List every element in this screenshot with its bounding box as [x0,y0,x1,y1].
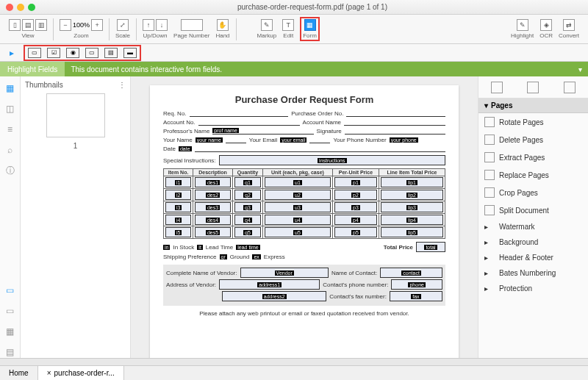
sidebar-expandable[interactable]: ▸Protection [478,281,588,296]
zoom-out-icon[interactable]: − [60,19,71,31]
form-field[interactable]: q4 [234,215,261,225]
document-viewport[interactable]: Purchase Order Request Form Req. No.Purc… [131,76,478,358]
form-field[interactable]: p5 [334,227,377,237]
view-double-icon[interactable]: ▥ [35,19,47,31]
markup-icon[interactable]: ✎ [261,19,273,31]
horizontal-scrollbar[interactable] [0,358,588,365]
page-number-input[interactable] [181,19,203,31]
form-field[interactable]: i4 [165,215,191,225]
form-field[interactable]: p2 [334,190,377,200]
form-field[interactable]: i5 [165,227,191,237]
combobox-tool-icon[interactable]: ▭ [85,48,98,58]
form-field[interactable]: p1 [334,177,377,187]
sidebar-tab-c-icon[interactable] [564,82,576,93]
form-field[interactable]: des1 [195,177,231,187]
address2-field[interactable]: address2 [262,294,287,299]
form-field[interactable]: u2 [265,190,331,200]
outline-tab-icon[interactable]: ≡ [4,123,16,135]
ocr-icon[interactable]: ◈ [540,19,552,31]
page-up-icon[interactable]: ↑ [143,19,154,31]
thumbnails-menu-icon[interactable]: ⋮ [118,81,126,89]
form-field[interactable]: lip3 [381,202,443,212]
form-field[interactable]: i3 [165,202,191,212]
address1-field[interactable]: address1 [257,282,282,287]
profname-field[interactable]: prof name [212,128,239,133]
form-field[interactable]: des3 [195,202,231,212]
leftbar-icon-b[interactable]: ▭ [4,305,16,317]
view-continuous-icon[interactable]: ▤ [22,19,34,31]
highlight-fields-button[interactable]: Highlight Fields [0,62,65,76]
edit-icon[interactable]: T [282,19,294,31]
form-field[interactable]: q3 [234,202,261,212]
form-field[interactable]: u4 [265,215,331,225]
form-field[interactable]: p3 [334,202,377,212]
form-field[interactable]: u1 [265,177,331,187]
sidebar-item[interactable]: Extract Pages [478,148,588,166]
form-field[interactable]: lip2 [381,190,443,200]
form-field[interactable]: u5 [265,227,331,237]
zoom-in-icon[interactable]: + [91,19,103,31]
minimize-icon[interactable] [17,4,24,11]
sidebar-expandable[interactable]: ▸Watermark [478,219,588,234]
sidebar-expandable[interactable]: ▸Bates Numbering [478,265,588,281]
file-tab[interactable]: ×purchase-order-r... [38,366,124,380]
total-field[interactable]: total [424,245,437,250]
maximize-icon[interactable] [28,4,35,11]
thumbnails-tab-icon[interactable]: ▦ [4,82,16,94]
sidebar-expandable[interactable]: ▸Background [478,234,588,250]
form-field[interactable]: u3 [265,202,331,212]
form-icon[interactable]: ▦ [304,19,316,31]
zoom-value[interactable]: 100% [73,21,90,29]
sidebar-item[interactable]: Delete Pages [478,131,588,148]
hand-icon[interactable]: ✋ [217,19,229,31]
convert-icon[interactable]: ⇄ [563,19,575,31]
instructions-field[interactable]: instructions [318,158,346,163]
form-field[interactable]: des2 [195,190,231,200]
sidebar-item[interactable]: Rotate Pages [478,113,588,131]
button-tool-icon[interactable]: ▬ [123,48,137,58]
form-field[interactable]: des5 [195,227,231,237]
form-field[interactable]: des4 [195,215,231,225]
chevron-down-icon[interactable]: ▾ [573,65,588,74]
form-field[interactable]: p4 [334,215,377,225]
sidebar-item[interactable]: Replace Pages [478,166,588,184]
page-thumbnail[interactable] [46,93,105,137]
yourname-field[interactable]: your name [196,137,223,143]
form-field[interactable]: q5 [234,227,261,237]
form-field[interactable]: lip1 [381,177,443,187]
view-single-icon[interactable]: ▯ [9,19,21,31]
pages-header[interactable]: Pages [491,101,512,110]
highlight-icon[interactable]: ✎ [517,19,528,31]
form-field[interactable]: lip5 [381,227,443,237]
scale-icon[interactable]: ⤢ [117,19,129,31]
bookmarks-tab-icon[interactable]: ◫ [4,103,16,115]
info-tab-icon[interactable]: ⓘ [4,165,16,176]
home-tab[interactable]: Home [0,366,38,380]
form-field[interactable]: lip4 [381,215,443,225]
sidebar-item[interactable]: Crop Pages [478,184,588,201]
date-field[interactable]: date [179,146,192,151]
form-field[interactable]: i1 [165,177,191,187]
leftbar-icon-a[interactable]: ▭ [4,284,16,296]
phone-field[interactable]: phone [408,282,425,287]
fax-field[interactable]: fax [411,294,420,299]
form-field[interactable]: q2 [234,190,261,200]
leftbar-icon-d[interactable]: ▤ [4,346,16,358]
youremail-field[interactable]: your email [280,137,306,143]
checkbox-tool-icon[interactable]: ☑ [47,48,60,58]
sidebar-item[interactable]: Split Document [478,201,588,219]
leftbar-icon-c[interactable]: ▦ [4,326,16,337]
panel-toggle-icon[interactable]: ▸ [6,47,18,59]
yourphone-field[interactable]: your phone [390,137,418,143]
sidebar-expandable[interactable]: ▸Header & Footer [478,250,588,265]
listbox-tool-icon[interactable]: ▤ [104,48,118,58]
radio-tool-icon[interactable]: ◉ [66,48,79,58]
page-down-icon[interactable]: ↓ [156,19,168,31]
vendor-field[interactable]: Vendor [275,270,294,276]
leadtime-field[interactable]: lead time [236,245,259,250]
form-field[interactable]: q1 [234,177,261,187]
textfield-tool-icon[interactable]: ▭ [28,48,41,58]
form-button[interactable]: ▦ Form [300,17,320,41]
close-icon[interactable] [6,4,13,11]
sidebar-tab-b-icon[interactable] [527,82,539,93]
